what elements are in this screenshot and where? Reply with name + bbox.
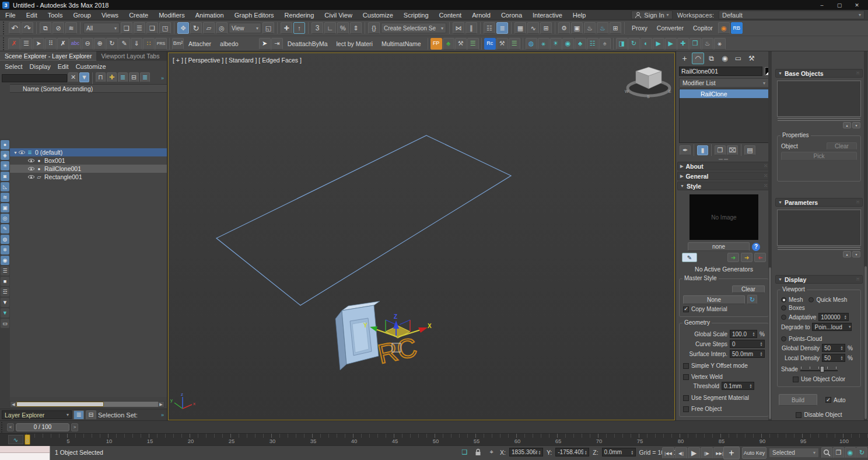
rollout-about[interactable]: ▶About⁙ xyxy=(677,162,771,170)
multimat-name-button[interactable]: MultimatName xyxy=(377,38,425,50)
rb-button[interactable]: RB xyxy=(731,22,743,34)
menu-content[interactable]: Content xyxy=(434,12,467,19)
proxy-button[interactable]: Proxy xyxy=(628,22,652,34)
rollout-style[interactable]: ▼Style⁙ xyxy=(677,182,771,190)
track-bar[interactable]: ∿ 05101520253035404550556065707580859095… xyxy=(0,433,868,445)
maxscript-mini-listener[interactable] xyxy=(0,446,50,460)
refresh-icon[interactable]: ↻ xyxy=(747,295,757,304)
zoom-button[interactable] xyxy=(821,447,832,458)
copy-material-checkbox[interactable] xyxy=(683,306,689,312)
update-circle-button[interactable]: ↻ xyxy=(628,38,640,50)
sphere-pages-button[interactable]: ◐ xyxy=(640,38,652,50)
global-density-spinner[interactable]: 50▲▼ xyxy=(822,344,845,352)
simple-y-offset-checkbox[interactable] xyxy=(683,363,689,369)
command-left-scrollbar[interactable] xyxy=(768,51,772,420)
filter-lights-toggle[interactable]: ☀ xyxy=(1,161,9,170)
free-object-checkbox[interactable] xyxy=(683,406,689,412)
menu-customize[interactable]: Customize xyxy=(358,12,398,19)
prs-keys-button[interactable]: PRS xyxy=(155,38,167,50)
previous-frame-button[interactable]: ◀|| xyxy=(675,447,687,459)
visibility-eye-icon[interactable] xyxy=(28,158,34,163)
menu-edit[interactable]: Edit xyxy=(21,12,43,19)
make-unique-button[interactable]: ❐ xyxy=(715,145,726,155)
degrade-to-dropdown[interactable]: Poin...loud▾ xyxy=(812,323,852,331)
select-by-name-button[interactable]: ☰ xyxy=(134,22,145,34)
angle-snap-toggle-button[interactable]: ∟ xyxy=(324,22,336,34)
filter-spacewarps-toggle[interactable]: ≋ xyxy=(1,193,9,202)
menu-file[interactable]: File xyxy=(0,12,21,19)
select-and-move-button[interactable]: ✥ xyxy=(177,22,189,34)
menu-group[interactable]: Group xyxy=(68,12,96,19)
align-button[interactable]: ∥ xyxy=(466,22,477,34)
command-right-scrollbar[interactable] xyxy=(864,51,867,420)
master-style-none-button[interactable]: None xyxy=(683,295,745,304)
sign-in-dropdown[interactable]: Sign In ▾ xyxy=(631,11,672,19)
abc-rename-button[interactable]: abc xyxy=(69,38,81,50)
isolate-selection-toggle[interactable]: ❑ xyxy=(460,447,470,457)
display-square-button[interactable]: ■ xyxy=(1,277,9,286)
create-tab[interactable]: + xyxy=(678,53,691,64)
select-object-button[interactable]: ❑ xyxy=(121,22,132,34)
railclone-tools-button[interactable]: ⚒ xyxy=(496,38,508,50)
filter-frozen-toggle[interactable]: ❄ xyxy=(1,245,9,255)
corona-renderer-button[interactable]: ◉ xyxy=(718,22,730,34)
keyboard-shortcut-override-toggle[interactable]: ↑ xyxy=(293,22,305,34)
master-style-clear-button[interactable]: Clear xyxy=(732,285,765,293)
menu-edit[interactable]: Edit xyxy=(57,63,75,70)
menu-graph-editors[interactable]: Graph Editors xyxy=(229,12,279,19)
points-cloud-radio[interactable] xyxy=(781,336,786,341)
tree-box-button[interactable]: ◨ xyxy=(616,38,628,50)
forest-lister-button[interactable]: ☰ xyxy=(467,38,479,50)
dotted-grid-select-button[interactable]: ⠿ xyxy=(45,38,57,50)
undo-button[interactable]: ↶ xyxy=(9,22,20,34)
render-in-cloud-button[interactable]: ♨ xyxy=(597,22,608,34)
glue-utility-button[interactable]: ⚹ xyxy=(538,38,550,50)
mesh-radio[interactable] xyxy=(781,297,786,302)
converter-button[interactable]: Converter xyxy=(653,22,688,34)
toolbar-overflow-icon[interactable]: » xyxy=(161,75,165,81)
use-segment-material-checkbox[interactable] xyxy=(683,395,689,401)
scatter-dots-button[interactable]: ∷ xyxy=(143,38,155,50)
disable-object-checkbox[interactable] xyxy=(796,412,802,418)
select-and-rotate-button[interactable]: ↻ xyxy=(190,22,202,34)
cursor-arrow-icon[interactable]: ➤ xyxy=(259,38,271,50)
remove-modifier-button[interactable]: ⌧ xyxy=(727,145,738,155)
auto-key-button[interactable]: Auto Key xyxy=(742,447,766,459)
auto-build-checkbox[interactable] xyxy=(825,397,831,403)
toggle-layer-explorer-button[interactable]: ≣ xyxy=(496,22,508,34)
list-splitter[interactable] xyxy=(778,118,860,121)
z-coordinate-field[interactable]: 0.0mm▲▼ xyxy=(602,448,636,456)
configure-modifier-sets-button[interactable]: ▤ xyxy=(744,145,755,155)
edit-style-button[interactable]: ✎ xyxy=(682,253,697,262)
menu-help[interactable]: Help xyxy=(568,12,592,19)
menu-rendering[interactable]: Rendering xyxy=(279,12,320,19)
rollout-divider[interactable]: ▬▬ xyxy=(676,156,772,161)
window-crossing-selection-toggle[interactable]: ◳ xyxy=(159,22,171,34)
y-coordinate-field[interactable]: -1758.409▲▼ xyxy=(555,448,589,456)
albedo-button[interactable]: albedo xyxy=(216,38,243,50)
object-pick-button[interactable]: Pick xyxy=(781,152,857,161)
minimize-button[interactable]: – xyxy=(813,1,831,9)
lister-pane-button[interactable]: ☷ xyxy=(587,38,598,50)
itoo-software-button[interactable]: ◍ xyxy=(526,38,537,50)
tree-row-box001[interactable]: ●Box001 xyxy=(10,156,167,165)
rollout-display[interactable]: ▼Display⁙ xyxy=(775,275,863,284)
explorer-search-input[interactable] xyxy=(2,74,67,82)
s-key-list-button[interactable]: ☰ xyxy=(20,38,32,50)
visibility-eye-icon[interactable] xyxy=(19,150,25,155)
key-filter-button[interactable]: ∿ xyxy=(8,435,23,444)
rectangular-selection-region-button[interactable]: ❏ xyxy=(146,22,158,34)
filter-helpers-toggle[interactable]: ◺ xyxy=(1,182,9,191)
filter-containers-toggle[interactable]: ◍ xyxy=(1,235,9,244)
menu-civil-view[interactable]: Civil View xyxy=(319,12,357,19)
bm2-button[interactable]: Bm² xyxy=(172,38,184,50)
filter-hidden-toggle[interactable]: ◉ xyxy=(1,256,9,265)
export-style-button[interactable]: ➜ xyxy=(754,253,766,262)
use-object-color-checkbox[interactable] xyxy=(793,377,799,382)
move-up-button[interactable]: ▲ xyxy=(843,122,851,128)
shade-slider[interactable] xyxy=(800,365,838,372)
forest-trees-button[interactable]: ♣ xyxy=(443,38,454,50)
detach-segments-button[interactable]: ⇥ xyxy=(271,38,283,50)
render-production-button[interactable]: ♨ xyxy=(584,22,596,34)
tree-prop-button[interactable]: ♠ xyxy=(599,38,611,50)
